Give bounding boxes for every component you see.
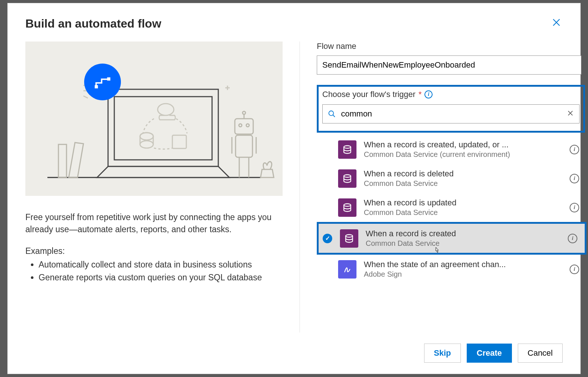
svg-point-27	[346, 234, 353, 237]
close-icon[interactable]	[550, 16, 563, 31]
info-icon[interactable]: i	[424, 90, 433, 98]
skip-button[interactable]: Skip	[424, 344, 461, 363]
svg-point-26	[344, 204, 351, 206]
svg-rect-3	[114, 97, 212, 160]
trigger-radio[interactable]	[320, 144, 331, 155]
svg-point-8	[239, 124, 242, 127]
flow-badge-icon	[84, 64, 121, 100]
column-divider	[300, 42, 300, 333]
trigger-label: Choose your flow's trigger	[322, 90, 416, 99]
svg-point-25	[344, 175, 351, 177]
example-item: Generate reports via custom queries on y…	[39, 271, 283, 284]
cds-icon	[338, 140, 356, 159]
build-automated-flow-dialog: Build an automated flow	[7, 3, 581, 374]
trigger-title: When the state of an agreement chan...	[364, 260, 564, 269]
trigger-info-icon[interactable]: i	[570, 145, 579, 154]
trigger-item[interactable]: When a record is updated Common Data Ser…	[317, 193, 587, 222]
trigger-info-icon[interactable]: i	[570, 203, 579, 212]
svg-point-4	[140, 141, 153, 148]
svg-rect-12	[236, 135, 252, 157]
svg-point-11	[243, 111, 245, 114]
trigger-title: When a record is created	[366, 229, 562, 238]
flow-name-label: Flow name	[317, 42, 563, 51]
trigger-radio[interactable]	[320, 264, 331, 274]
svg-rect-20	[95, 85, 98, 89]
cancel-button[interactable]: Cancel	[518, 344, 563, 363]
example-item: Automatically collect and store data in …	[39, 258, 283, 272]
examples-label: Examples:	[25, 246, 283, 256]
trigger-item[interactable]: When a record is deleted Common Data Ser…	[317, 164, 587, 193]
svg-rect-6	[172, 135, 186, 148]
trigger-search-box[interactable]	[322, 104, 580, 123]
dialog-description: Free yourself from repetitive work just …	[25, 211, 283, 236]
required-indicator: *	[419, 90, 422, 99]
trigger-subtitle: Adobe Sign	[364, 270, 564, 279]
search-icon	[328, 110, 336, 118]
cds-icon	[340, 229, 358, 248]
trigger-title: When a record is deleted	[364, 169, 564, 179]
svg-line-23	[333, 115, 335, 117]
svg-line-19	[83, 96, 88, 98]
illustration	[25, 42, 283, 196]
trigger-subtitle: Common Data Service (current environment…	[364, 150, 564, 159]
right-column: Flow name Choose your flow's trigger * i	[317, 42, 563, 333]
svg-point-9	[246, 124, 249, 127]
create-button[interactable]: Create	[467, 344, 512, 363]
trigger-info-icon[interactable]: i	[570, 265, 579, 274]
left-column: Free yourself from repetitive work just …	[25, 42, 283, 333]
trigger-list: When a record is created, updated, or ..…	[317, 135, 587, 284]
svg-rect-7	[235, 119, 253, 134]
trigger-title: When a record is created, updated, or ..…	[364, 140, 564, 150]
flow-name-input[interactable]	[317, 55, 581, 75]
svg-rect-2	[108, 89, 218, 166]
svg-point-24	[344, 146, 351, 148]
cds-icon	[338, 169, 356, 188]
examples-list: Automatically collect and store data in …	[25, 258, 283, 284]
svg-point-5	[140, 133, 153, 140]
check-icon: ✓	[323, 234, 332, 243]
trigger-subtitle: Common Data Service	[366, 239, 562, 248]
trigger-radio[interactable]	[320, 202, 331, 213]
trigger-highlight-box: Choose your flow's trigger * i	[317, 85, 585, 133]
adobe-sign-icon	[338, 260, 356, 279]
trigger-info-icon[interactable]: i	[570, 174, 579, 183]
trigger-item-selected[interactable]: ✓ When a record is created Common Data S…	[317, 222, 587, 255]
trigger-search-input[interactable]	[340, 109, 567, 119]
trigger-title: When a record is updated	[364, 198, 564, 208]
trigger-subtitle: Common Data Service	[364, 208, 564, 217]
dialog-title: Build an automated flow	[25, 17, 161, 30]
trigger-radio[interactable]	[320, 173, 331, 184]
cds-icon	[338, 198, 356, 217]
trigger-info-icon[interactable]: i	[568, 234, 577, 243]
trigger-item[interactable]: When the state of an agreement chan... A…	[317, 255, 587, 284]
svg-rect-21	[107, 78, 111, 81]
svg-rect-1	[58, 144, 67, 177]
dialog-footer: Skip Create Cancel	[8, 336, 580, 374]
trigger-radio[interactable]: ✓	[322, 233, 333, 244]
trigger-item[interactable]: When a record is created, updated, or ..…	[317, 135, 587, 164]
svg-point-22	[329, 111, 334, 116]
dialog-header: Build an automated flow	[8, 3, 580, 35]
clear-search-icon[interactable]	[567, 109, 574, 119]
trigger-subtitle: Common Data Service	[364, 179, 564, 188]
